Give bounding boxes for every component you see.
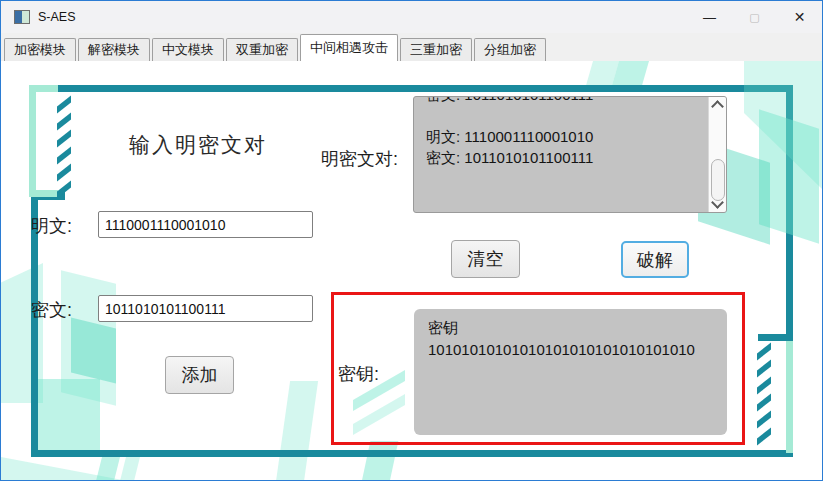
tab-decrypt-module[interactable]: 解密模块 bbox=[78, 38, 150, 61]
decor-shape bbox=[71, 317, 116, 383]
tab-meet-in-the-middle-attack[interactable]: 中间相遇攻击 bbox=[300, 34, 398, 61]
plaintext-label: 明文: bbox=[31, 214, 72, 238]
frame-notch-top-left bbox=[29, 85, 58, 197]
section-heading: 输入明密文对 bbox=[129, 131, 267, 159]
scrollbar[interactable] bbox=[708, 97, 726, 212]
plaintext-input[interactable] bbox=[98, 211, 313, 238]
scrollbar-thumb[interactable] bbox=[711, 159, 725, 201]
close-button[interactable]: ✕ bbox=[777, 1, 822, 33]
decor-shape bbox=[276, 381, 318, 481]
frame-bottom bbox=[31, 450, 793, 457]
add-button[interactable]: 添加 bbox=[165, 356, 234, 394]
pair-list-textarea[interactable]: 密文: 1011010101100111 明文: 111000111000101… bbox=[413, 96, 727, 213]
clear-button[interactable]: 清空 bbox=[451, 240, 520, 278]
key-highlight-rectangle bbox=[331, 292, 745, 445]
ciphertext-input[interactable] bbox=[98, 295, 313, 322]
pair-list-label: 明密文对: bbox=[321, 147, 398, 171]
app-window: S-AES — ▢ ✕ 加密模块 解密模块 中文模块 双重加密 中间相遇攻击 三… bbox=[0, 0, 823, 481]
tab-double-encrypt[interactable]: 双重加密 bbox=[226, 38, 298, 61]
frame-top bbox=[56, 85, 793, 92]
frame-notch-bottom-right bbox=[786, 341, 793, 453]
decor-shape bbox=[120, 456, 140, 481]
decor-shape bbox=[96, 456, 120, 481]
tab-chinese-module[interactable]: 中文模块 bbox=[152, 38, 224, 61]
decor-shape bbox=[362, 441, 399, 481]
ciphertext-label: 密文: bbox=[31, 298, 72, 322]
frame-step-br bbox=[758, 334, 793, 341]
app-icon bbox=[14, 10, 30, 24]
window-title: S-AES bbox=[38, 10, 76, 24]
scroll-up-icon[interactable] bbox=[711, 100, 724, 113]
tab-bar: 加密模块 解密模块 中文模块 双重加密 中间相遇攻击 三重加密 分组加密 bbox=[1, 33, 822, 61]
tab-triple-encrypt[interactable]: 三重加密 bbox=[400, 38, 472, 61]
decor-shape bbox=[38, 379, 100, 450]
tab-encrypt-module[interactable]: 加密模块 bbox=[4, 38, 76, 61]
crack-button[interactable]: 破解 bbox=[621, 241, 689, 278]
minimize-button[interactable]: — bbox=[687, 1, 732, 33]
maximize-button[interactable]: ▢ bbox=[732, 1, 777, 33]
pair-list-content: 密文: 1011010101100111 明文: 111000111000101… bbox=[426, 96, 706, 168]
tab-block-encrypt[interactable]: 分组加密 bbox=[474, 38, 546, 61]
title-bar: S-AES — ▢ ✕ bbox=[1, 1, 822, 33]
